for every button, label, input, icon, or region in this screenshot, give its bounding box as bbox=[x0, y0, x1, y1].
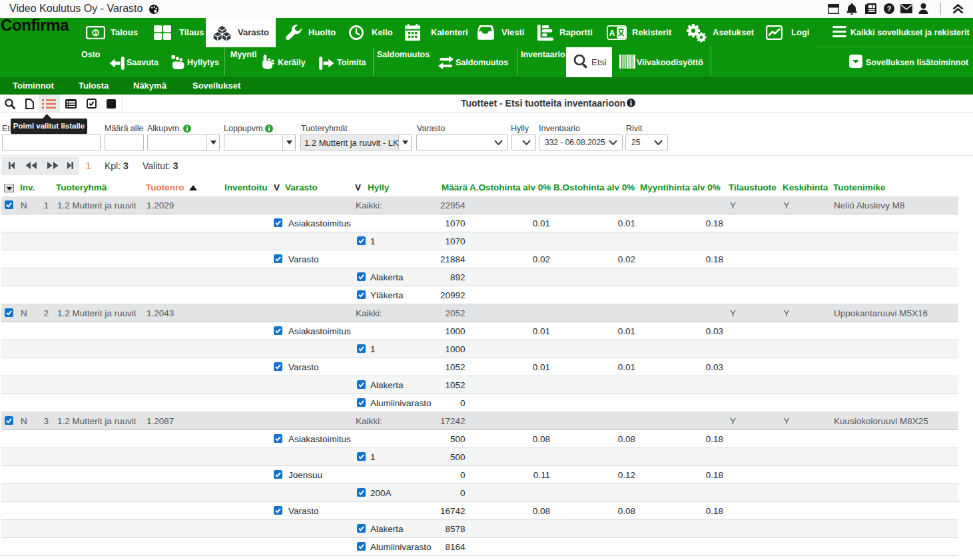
svg-text:?: ? bbox=[887, 5, 892, 13]
svg-text:1: 1 bbox=[94, 29, 97, 36]
svg-text:A: A bbox=[609, 29, 615, 38]
